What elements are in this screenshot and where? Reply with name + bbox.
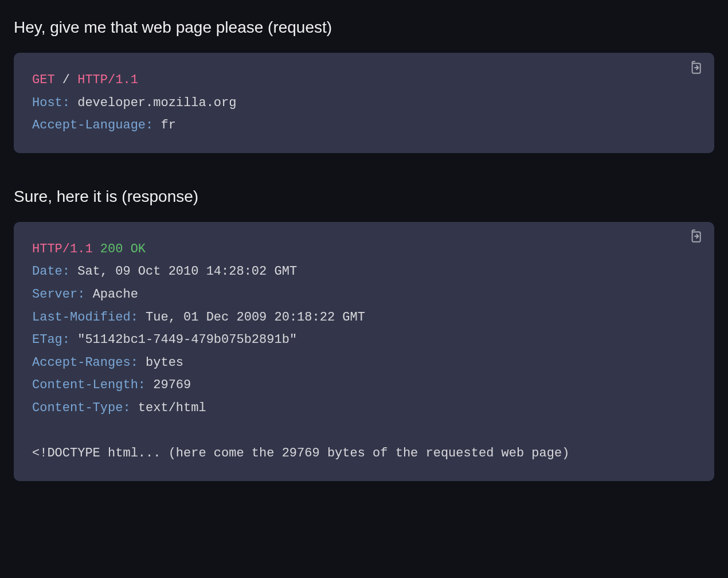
http-header-name: Date — [32, 264, 62, 279]
http-header-name: Accept-Language — [32, 118, 146, 132]
http-header-value: text/html — [138, 401, 206, 415]
request-section: Hey, give me that web page please (reque… — [14, 18, 714, 153]
http-header-name: Accept-Ranges — [32, 356, 131, 370]
clipboard-icon — [688, 229, 703, 252]
http-protocol: HTTP/1.1 — [32, 242, 93, 256]
request-heading: Hey, give me that web page please (reque… — [14, 18, 714, 37]
http-header-value: Sat, 09 Oct 2010 14:28:02 GMT — [77, 264, 297, 279]
copy-button[interactable] — [687, 63, 704, 80]
clipboard-icon — [688, 60, 703, 84]
http-header-name: Host — [32, 96, 62, 110]
response-heading: Sure, here it is (response) — [14, 188, 714, 206]
http-header-value: bytes — [146, 356, 183, 370]
request-code-block: GET / HTTP/1.1 Host: developer.mozilla.o… — [14, 53, 714, 153]
svg-rect-1 — [692, 232, 700, 242]
response-code-block: HTTP/1.1 200 OK Date: Sat, 09 Oct 2010 1… — [14, 222, 714, 481]
svg-rect-0 — [692, 63, 700, 73]
http-header-value: developer.mozilla.org — [77, 96, 236, 110]
response-code: HTTP/1.1 200 OK Date: Sat, 09 Oct 2010 1… — [32, 238, 696, 465]
http-header-value: Apache — [93, 287, 138, 302]
http-header-value: Tue, 01 Dec 2009 20:18:22 GMT — [146, 310, 365, 325]
http-status-code: 200 — [100, 242, 123, 256]
response-section: Sure, here it is (response) HTTP/1.1 200… — [14, 188, 714, 481]
http-header-name: Server — [32, 287, 77, 302]
http-header-name: Last-Modified — [32, 310, 131, 325]
copy-button[interactable] — [687, 232, 704, 249]
request-code: GET / HTTP/1.1 Host: developer.mozilla.o… — [32, 69, 696, 137]
http-header-value: 29769 — [153, 378, 191, 392]
http-protocol: HTTP/1.1 — [77, 73, 138, 87]
http-path: / — [62, 73, 70, 87]
http-header-value: fr — [161, 118, 175, 132]
http-header-name: Content-Type — [32, 401, 123, 415]
http-status-text: OK — [131, 242, 146, 256]
http-method: GET — [32, 73, 55, 87]
http-header-name: Content-Length — [32, 378, 138, 392]
http-header-name: ETag — [32, 333, 62, 347]
http-body-note: <!DOCTYPE html... (here come the 29769 b… — [32, 446, 569, 460]
http-header-value: "51142bc1-7449-479b075b2891b" — [77, 333, 297, 347]
